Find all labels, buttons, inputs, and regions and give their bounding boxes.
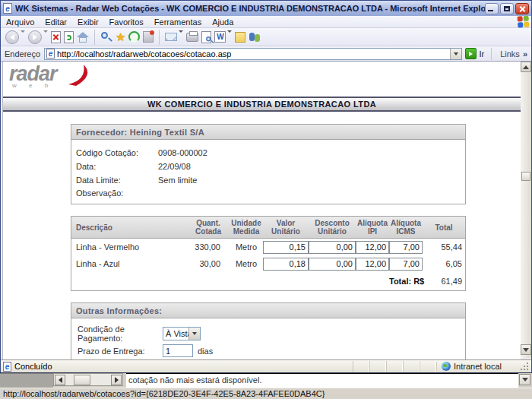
messenger-button[interactable]	[249, 29, 261, 46]
stop-icon	[51, 31, 61, 43]
favorites-button[interactable]: ★	[116, 29, 125, 46]
edit-with-word-button[interactable]: W	[214, 29, 232, 46]
toolbar-separator	[159, 30, 160, 45]
items-table-box: Descrição Quant. Cotada Unidade Medida V…	[71, 216, 466, 291]
scroll-left-button[interactable]	[55, 375, 65, 385]
up-arrow-icon	[523, 65, 529, 69]
status-text: Concluído	[14, 362, 353, 371]
scroll-right-button[interactable]	[111, 375, 122, 385]
background-scroll-down-button[interactable]	[519, 374, 530, 385]
desconto-unitario-input[interactable]	[309, 258, 356, 271]
menu-exibir[interactable]: Exibir	[72, 17, 104, 27]
fornecedor-header-text: Fornecedor: Heining Textil S/A	[76, 128, 204, 137]
field-row: Data Limite: Sem limite	[76, 173, 461, 187]
field-value: 22/09/08	[158, 162, 191, 171]
horizontal-scrollbar[interactable]	[53, 373, 123, 386]
back-button[interactable]	[5, 29, 25, 46]
col-header-descricao: Descrição	[73, 223, 187, 232]
back-icon	[5, 30, 19, 44]
menu-arquivo[interactable]: Arquivo	[1, 17, 40, 27]
col-header-quant: Quant. Cotada	[187, 219, 230, 236]
go-button[interactable]: Ir	[465, 48, 484, 59]
scroll-down-button[interactable]	[521, 344, 531, 355]
cell-descricao: Linha - Azul	[73, 259, 187, 268]
close-button[interactable]	[515, 3, 529, 14]
print-button[interactable]	[186, 29, 198, 46]
condicao-pagamento-select[interactable]: À Vista	[163, 327, 201, 340]
refresh-button[interactable]	[64, 29, 74, 46]
col-header-total: Total	[423, 223, 465, 232]
valor-unitario-input[interactable]	[263, 241, 309, 254]
prazo-entrega-input[interactable]	[163, 344, 193, 357]
background-status-url: http://localhost/radarweb/cotacoes?id={6…	[0, 388, 532, 399]
table-total-row: Total: R$ 61,49	[71, 272, 465, 290]
intranet-globe-icon	[442, 362, 451, 371]
field-value: 0908-000002	[158, 148, 207, 157]
background-message-text: cotação não mais estará disponível.	[126, 373, 518, 388]
col-header-unidade: Unidade Medida	[230, 219, 263, 236]
prazo-entrega-label: Prazo de Entrega:	[78, 347, 163, 356]
logo-band: radar w e b	[3, 62, 521, 95]
browser-window: e WK Sistemas - Radar Web Cotações - WK …	[0, 0, 532, 373]
right-arrow-icon	[115, 377, 119, 383]
mail-button[interactable]	[165, 29, 183, 46]
company-header-band: WK COMERCIO E INDUSTRIA DEMONSTRACAO LTD…	[3, 97, 521, 112]
aliquota-icms-input[interactable]	[389, 258, 423, 271]
radar-swoosh-icon	[67, 62, 94, 87]
outras-informacoes-header-text: Outras Informações:	[76, 306, 162, 315]
field-row: Data: 22/09/08	[76, 160, 461, 173]
print-icon	[186, 33, 198, 42]
aliquota-icms-input[interactable]	[389, 241, 423, 254]
stop-button[interactable]	[51, 29, 61, 46]
desconto-unitario-input[interactable]	[309, 241, 356, 254]
menu-editar[interactable]: Editar	[40, 17, 72, 27]
messenger-icon	[249, 31, 261, 43]
prazo-entrega-suffix: dias	[198, 347, 213, 356]
history-button[interactable]	[128, 29, 140, 46]
col-header-valor: Valor Unitário	[263, 219, 309, 236]
menu-ferramentas[interactable]: Ferramentas	[149, 17, 207, 27]
field-label: Código Cotação:	[76, 148, 158, 157]
aliquota-ipi-input[interactable]	[356, 258, 389, 271]
status-bar: e Concluído Intranet local	[1, 359, 531, 372]
forward-icon	[28, 30, 42, 44]
address-input[interactable]: e http://localhost/radarweb/cotacoes/cot…	[44, 48, 462, 60]
toolbar-separator	[94, 30, 95, 45]
edit-button[interactable]	[201, 29, 211, 46]
form-row: Condição de Pagamento: À Vista	[78, 325, 461, 342]
mail-icon	[165, 33, 177, 41]
standard-toolbar: ★ W	[1, 28, 531, 46]
maximize-button[interactable]	[500, 3, 514, 14]
select-dropdown-button[interactable]	[188, 328, 200, 340]
links-chevron-icon[interactable]: »	[523, 49, 527, 59]
vertical-scrollbar[interactable]	[521, 62, 531, 358]
fornecedor-box: Fornecedor: Heining Textil S/A Código Co…	[71, 124, 466, 204]
aliquota-ipi-input[interactable]	[356, 241, 389, 254]
minimize-button[interactable]	[485, 3, 499, 14]
home-button[interactable]	[77, 29, 89, 46]
title-bar[interactable]: e WK Sistemas - Radar Web Cotações - WK …	[1, 1, 531, 16]
forward-button[interactable]	[28, 29, 48, 46]
cell-unidade: Metro	[230, 259, 263, 268]
word-icon: W	[214, 31, 226, 43]
search-button[interactable]	[100, 29, 112, 46]
field-row: Observação:	[76, 187, 461, 199]
menu-ajuda[interactable]: Ajuda	[207, 17, 239, 27]
resize-grip[interactable]	[520, 362, 529, 371]
radar-logo: radar w e b	[9, 63, 57, 89]
field-value: Sem limite	[158, 176, 197, 185]
discuss-note-icon	[235, 32, 245, 43]
field-label: Data:	[76, 162, 158, 171]
media-button[interactable]	[143, 29, 154, 46]
radar-logo-sub: w e b	[12, 82, 57, 89]
menu-favoritos[interactable]: Favoritos	[104, 17, 149, 27]
address-bar: Endereço e http://localhost/radarweb/cot…	[1, 46, 531, 62]
scroll-up-button[interactable]	[521, 62, 531, 72]
vertical-scroll-thumb[interactable]	[521, 172, 530, 181]
horizontal-scroll-thumb[interactable]	[74, 375, 90, 385]
valor-unitario-input[interactable]	[263, 258, 309, 271]
left-arrow-icon	[59, 377, 62, 383]
address-dropdown-button[interactable]	[450, 49, 461, 59]
discuss-button[interactable]	[235, 29, 245, 46]
links-label[interactable]: Links	[500, 49, 520, 59]
